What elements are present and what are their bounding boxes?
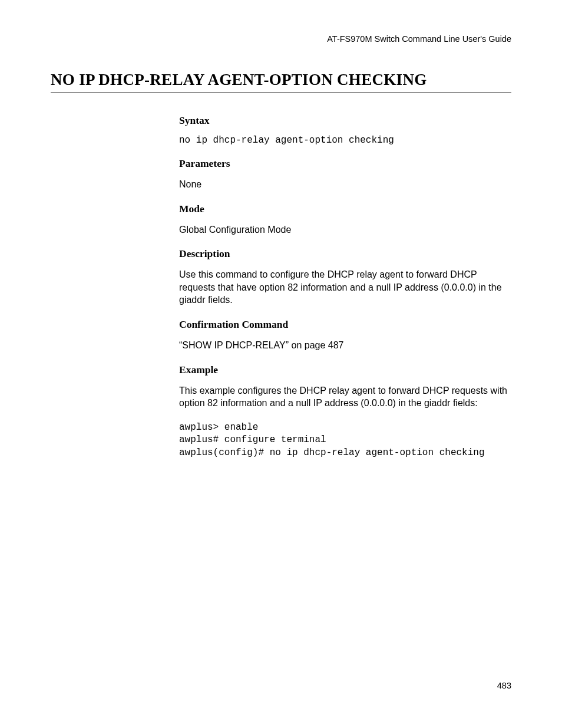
page-number: 483 (497, 681, 511, 690)
content-body: Syntax no ip dhcp-relay agent-option che… (179, 114, 511, 460)
example-heading: Example (179, 364, 511, 376)
syntax-code: no ip dhcp-relay agent-option checking (179, 135, 511, 146)
parameters-text: None (179, 178, 511, 191)
header-guide-title: AT-FS970M Switch Command Line User's Gui… (51, 34, 511, 44)
syntax-heading: Syntax (179, 114, 511, 127)
confirmation-text: “SHOW IP DHCP-RELAY” on page 487 (179, 339, 511, 352)
mode-heading: Mode (179, 203, 511, 215)
example-code: awplus> enable awplus# configure termina… (179, 421, 511, 460)
description-text: Use this command to configure the DHCP r… (179, 268, 511, 307)
description-heading: Description (179, 248, 511, 260)
page-title: NO IP DHCP-RELAY AGENT-OPTION CHECKING (51, 71, 511, 93)
example-text: This example configures the DHCP relay a… (179, 384, 511, 410)
document-page: AT-FS970M Switch Command Line User's Gui… (0, 0, 562, 460)
confirmation-heading: Confirmation Command (179, 318, 511, 331)
mode-text: Global Configuration Mode (179, 223, 511, 236)
parameters-heading: Parameters (179, 157, 511, 170)
